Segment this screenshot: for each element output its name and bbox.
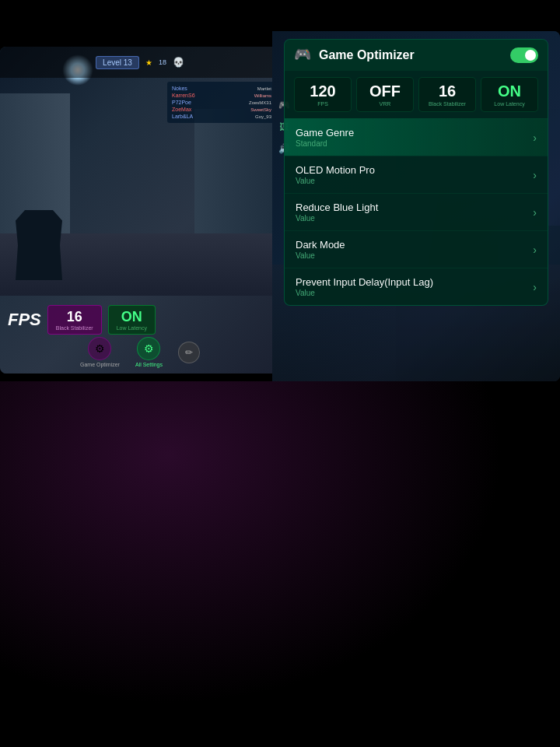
edit-icon: ✏ bbox=[185, 347, 193, 358]
reduce-blue-light-chevron: › bbox=[533, 206, 537, 219]
player-weapon-2: Williams bbox=[254, 93, 271, 98]
player-list: Nokes Martlet KarrenS6 Williams P72Poe Z… bbox=[167, 82, 276, 123]
dark-mode-title: Dark Mode bbox=[296, 239, 533, 251]
player-row: Nokes Martlet bbox=[170, 85, 273, 92]
bottom-icons: ⚙ Game Optimizer ⚙ All Settings ✏ bbox=[0, 337, 280, 367]
low-latency-value: ON bbox=[117, 309, 147, 325]
game-genre-value: Standard bbox=[296, 139, 533, 148]
left-screen: Level 13 ★ 18 💀 Nokes Martlet KarrenS6 W… bbox=[0, 47, 280, 374]
dark-mode-value: Value bbox=[296, 251, 533, 260]
skull-icon: 💀 bbox=[173, 57, 184, 68]
menu-item-dark-mode[interactable]: Dark Mode Value › bbox=[285, 230, 548, 268]
player-name-3: P72Poe bbox=[172, 100, 191, 105]
low-latency-opt-value: ON bbox=[485, 82, 534, 100]
input-delay-title: Prevent Input Delay(Input Lag) bbox=[296, 276, 533, 288]
toggle-knob bbox=[525, 50, 536, 61]
player-name-4: ZoeMax bbox=[172, 107, 191, 112]
fps-stat-label: FPS bbox=[298, 101, 348, 107]
player-row: KarrenS6 Williams bbox=[170, 92, 273, 99]
all-settings-label: All Settings bbox=[135, 362, 163, 367]
black-stab-stat-value: 16 bbox=[422, 82, 472, 100]
optimizer-panel: 🎮 Game Optimizer 120 FPS OFF VRR 1 bbox=[284, 39, 548, 306]
game-genre-title: Game Genre bbox=[296, 127, 533, 139]
menu-item-input-delay-text: Prevent Input Delay(Input Lag) Value bbox=[296, 276, 533, 297]
game-genre-chevron: › bbox=[533, 132, 537, 144]
dark-mode-chevron: › bbox=[533, 244, 537, 256]
player-weapon-3: ZoesMX31 bbox=[249, 100, 271, 105]
vrr-stat-label: VRR bbox=[360, 101, 410, 107]
edit-button[interactable]: ✏ bbox=[178, 342, 200, 363]
input-delay-value: Value bbox=[296, 289, 533, 297]
star-icon: ★ bbox=[145, 58, 152, 67]
reduce-blue-light-value: Value bbox=[296, 214, 533, 223]
game-optimizer-label: Game Optimizer bbox=[80, 362, 120, 367]
player-weapon-4: SweetSky bbox=[250, 107, 271, 112]
black-stabilizer-label: Black Stabilizer bbox=[56, 325, 93, 331]
player-row: P72Poe ZoesMX31 bbox=[170, 99, 273, 106]
player-row: Larb&LA Goy_93 bbox=[170, 113, 273, 120]
stats-bar: FPS 16 Black Stabilizer ON Low Latency bbox=[0, 305, 280, 335]
menu-item-game-genre[interactable]: Game Genre Standard › bbox=[285, 118, 548, 156]
player-weapon-1: Martlet bbox=[257, 86, 271, 91]
black-stab-stat: 16 Black Stabilizer bbox=[418, 77, 476, 112]
oled-motion-value: Value bbox=[296, 177, 533, 185]
right-screen: 🎮 🖼 🔊 🎮 Game Optimizer 120 FPS bbox=[272, 31, 560, 381]
player-weapon-5: Goy_93 bbox=[255, 114, 271, 119]
screen-area: Level 13 ★ 18 💀 Nokes Martlet KarrenS6 W… bbox=[0, 0, 560, 381]
player-row: ZoeMax SweetSky bbox=[170, 106, 273, 113]
menu-item-oled-motion[interactable]: OLED Motion Pro Value › bbox=[285, 156, 548, 193]
soldier-silhouette bbox=[16, 210, 62, 280]
optimizer-toggle[interactable] bbox=[510, 47, 538, 63]
oled-motion-chevron: › bbox=[533, 169, 537, 181]
optimizer-title: Game Optimizer bbox=[319, 48, 415, 62]
fps-label: FPS bbox=[8, 310, 41, 330]
menu-item-oled-text: OLED Motion Pro Value bbox=[296, 164, 533, 185]
menu-item-game-genre-text: Game Genre Standard bbox=[296, 127, 533, 148]
black-stabilizer-stat: 16 Black Stabilizer bbox=[47, 305, 102, 335]
low-latency-stat: ON Low Latency bbox=[108, 305, 156, 335]
input-delay-chevron: › bbox=[533, 281, 537, 293]
star-count: 18 bbox=[159, 58, 166, 66]
fps-stat: 120 FPS bbox=[294, 77, 352, 112]
menu-item-dark-mode-text: Dark Mode Value bbox=[296, 239, 533, 260]
low-latency-opt-stat: ON Low Latency bbox=[481, 77, 538, 112]
player-name-1: Nokes bbox=[172, 86, 187, 91]
menu-item-blue-light-text: Reduce Blue Light Value bbox=[296, 202, 533, 223]
black-stab-stat-label: Black Stabilizer bbox=[422, 101, 472, 107]
optimizer-title-area: 🎮 Game Optimizer bbox=[294, 46, 415, 65]
all-settings-icon-item[interactable]: ⚙ All Settings bbox=[135, 337, 163, 367]
reduce-blue-light-title: Reduce Blue Light bbox=[296, 202, 533, 213]
optimizer-header: 🎮 Game Optimizer bbox=[285, 40, 548, 71]
black-stabilizer-value: 16 bbox=[56, 309, 93, 325]
bottom-area bbox=[0, 381, 560, 747]
fps-stat-value: 120 bbox=[298, 82, 348, 100]
player-name-5: Larb&LA bbox=[172, 114, 193, 119]
menu-item-input-delay[interactable]: Prevent Input Delay(Input Lag) Value › bbox=[285, 268, 548, 305]
all-settings-icon: ⚙ bbox=[144, 342, 154, 355]
vrr-stat-value: OFF bbox=[360, 82, 410, 100]
menu-item-reduce-blue-light[interactable]: Reduce Blue Light Value › bbox=[285, 193, 548, 230]
game-controller-icon: 🎮 bbox=[294, 46, 313, 65]
game-optimizer-icon: ⚙ bbox=[95, 342, 105, 355]
player-name-2: KarrenS6 bbox=[172, 93, 195, 98]
vrr-stat: OFF VRR bbox=[356, 77, 414, 112]
game-optimizer-circle[interactable]: ⚙ bbox=[88, 337, 111, 360]
all-settings-circle[interactable]: ⚙ bbox=[137, 337, 160, 360]
level-badge: Level 13 bbox=[96, 56, 139, 69]
low-latency-opt-label: Low Latency bbox=[485, 101, 534, 107]
optimizer-stats-row: 120 FPS OFF VRR 16 Black Stabilizer ON L… bbox=[285, 71, 548, 118]
hud-top: Level 13 ★ 18 💀 bbox=[0, 47, 280, 78]
oled-motion-title: OLED Motion Pro bbox=[296, 164, 533, 176]
game-optimizer-icon-item[interactable]: ⚙ Game Optimizer bbox=[80, 337, 120, 367]
low-latency-label: Low Latency bbox=[117, 325, 147, 331]
